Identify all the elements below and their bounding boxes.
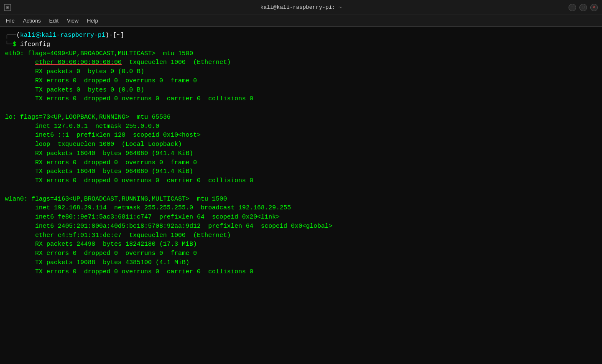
wlan0-rx-packets: RX packets 24498 bytes 18242180 (17.3 Mi… bbox=[5, 240, 597, 249]
lo-loop: loop txqueuelen 1000 (Local Loopback) bbox=[5, 140, 597, 149]
menu-actions[interactable]: Actions bbox=[20, 17, 44, 25]
eth0-ether: ether 00:00:00:00:00:00 txqueuelen 1000 … bbox=[5, 58, 597, 67]
menu-file[interactable]: File bbox=[3, 17, 18, 25]
wlan0-inet: inet 192.168.29.114 netmask 255.255.255.… bbox=[5, 204, 597, 213]
wlan0-tx-errors: TX errors 0 dropped 0 overruns 0 carrier… bbox=[5, 267, 597, 277]
terminal-icon: ▣ bbox=[4, 4, 11, 11]
eth0-tx-errors: TX errors 0 dropped 0 overruns 0 carrier… bbox=[5, 94, 597, 104]
minimize-button[interactable]: − bbox=[569, 4, 576, 11]
eth0-tx-packets: TX packets 0 bytes 0 (0.0 B) bbox=[5, 86, 597, 95]
eth0-rx-packets: RX packets 0 bytes 0 (0.0 B) bbox=[5, 67, 597, 76]
lo-inet: inet 127.0.0.1 netmask 255.0.0.0 bbox=[5, 122, 597, 131]
lo-tx-packets: TX packets 16040 bytes 964080 (941.4 KiB… bbox=[5, 167, 597, 176]
lo-header: lo: flags=73<UP,LOOPBACK,RUNNING> mtu 65… bbox=[5, 113, 597, 122]
wlan0-header: wlan0: flags=4163<UP,BROADCAST,RUNNING,M… bbox=[5, 195, 597, 204]
lo-rx-errors: RX errors 0 dropped 0 overruns 0 frame 0 bbox=[5, 158, 597, 168]
lo-tx-errors: TX errors 0 dropped 0 overruns 0 carrier… bbox=[5, 176, 597, 186]
menu-help[interactable]: Help bbox=[84, 17, 102, 25]
menubar: File Actions Edit View Help bbox=[0, 15, 602, 27]
wlan0-rx-errors: RX errors 0 dropped 0 overruns 0 frame 0 bbox=[5, 249, 597, 258]
titlebar: ▣ kali@kali-raspberry-pi: ~ − □ × bbox=[0, 0, 602, 15]
menu-edit[interactable]: Edit bbox=[46, 17, 62, 25]
terminal-area[interactable]: ┌──(kali㉿kali-raspberry-pi)-[~] └─$ ifco… bbox=[0, 27, 602, 364]
titlebar-left: ▣ bbox=[4, 4, 14, 11]
wlan0-ether: ether e4:5f:01:31:de:e7 txqueuelen 1000 … bbox=[5, 231, 597, 240]
lo-inet6: inet6 ::1 prefixlen 128 scopeid 0x10<hos… bbox=[5, 131, 597, 140]
menu-view[interactable]: View bbox=[64, 17, 82, 25]
spacer-1 bbox=[5, 104, 597, 113]
wlan0-tx-packets: TX packets 19088 bytes 4385100 (4.1 MiB) bbox=[5, 258, 597, 267]
close-button[interactable]: × bbox=[590, 4, 598, 11]
wlan0-inet6-global: inet6 2405:201:800a:40d5:bc18:5708:92aa:… bbox=[5, 222, 597, 231]
spacer-2 bbox=[5, 186, 597, 195]
window-controls: − □ × bbox=[569, 4, 598, 11]
maximize-button[interactable]: □ bbox=[579, 4, 587, 11]
wlan0-inet6-link: inet6 fe80::9e71:5ac3:6811:c747 prefixle… bbox=[5, 213, 597, 222]
prompt-line: ┌──(kali㉿kali-raspberry-pi)-[~] └─$ ifco… bbox=[5, 31, 597, 49]
eth0-header: eth0: flags=4099<UP,BROADCAST,MULTICAST>… bbox=[5, 49, 597, 59]
lo-rx-packets: RX packets 16040 bytes 964080 (941.4 KiB… bbox=[5, 149, 597, 158]
window-title: kali@kali-raspberry-pi: ~ bbox=[260, 4, 342, 10]
eth0-rx-errors: RX errors 0 dropped 0 overruns 0 frame 0 bbox=[5, 76, 597, 86]
